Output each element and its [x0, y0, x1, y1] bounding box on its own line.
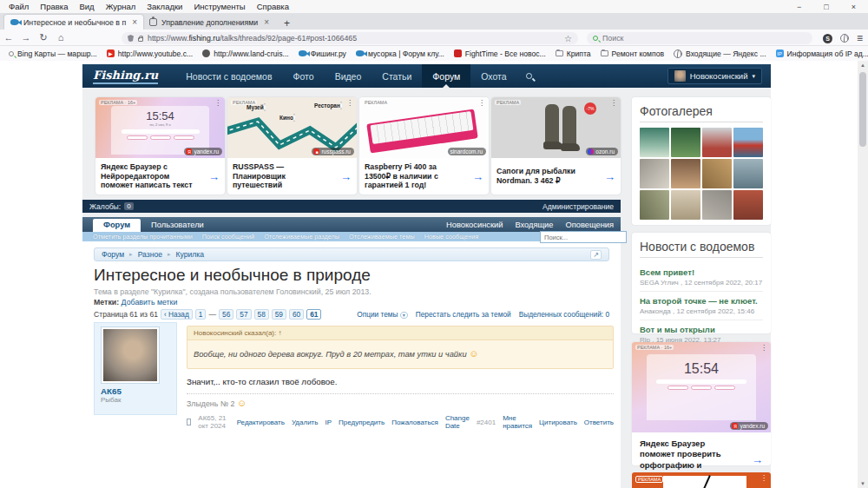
edit-link[interactable]: Редактировать: [237, 419, 285, 426]
nav-photo[interactable]: Фото: [283, 64, 325, 88]
avatar[interactable]: [101, 326, 160, 384]
ad-options-icon[interactable]: ⋮: [346, 99, 353, 107]
ad-options-icon[interactable]: ⋮: [478, 99, 485, 107]
tab-addons[interactable]: Управление дополнениями ×: [143, 15, 275, 30]
maximize-button[interactable]: □: [824, 3, 828, 11]
tab-thread[interactable]: Интересное и необычное в п ×: [4, 15, 143, 30]
sidebar-ad-yandex[interactable]: РЕКЛАМА · 16+ ⋮ 15:54 Яyandex.ru Яндекс …: [632, 342, 771, 465]
bookmark-star-icon[interactable]: ☆: [564, 34, 572, 43]
page-button[interactable]: 60: [289, 309, 304, 320]
watched-threads-link[interactable]: Отслеживаемые темы: [349, 233, 415, 241]
shield-icon[interactable]: [128, 35, 134, 42]
crumb-forum[interactable]: Форум: [102, 250, 124, 259]
scroll-up-icon[interactable]: ▲: [858, 63, 868, 68]
arrow-right-icon[interactable]: →: [472, 170, 483, 183]
warn-link[interactable]: Предупредить: [339, 419, 385, 426]
nav-news[interactable]: Новости с водоемов: [175, 64, 282, 88]
bookmark-item[interactable]: Крипта: [556, 49, 591, 58]
page-button[interactable]: 57: [236, 309, 251, 320]
share-icon[interactable]: ↗: [590, 250, 602, 260]
quote-link[interactable]: Цитировать: [539, 419, 577, 426]
gallery-thumbnail[interactable]: [702, 159, 732, 188]
select-post-checkbox[interactable]: [187, 419, 191, 425]
crumb-kurilka[interactable]: Курилка: [176, 250, 205, 259]
search-bar[interactable]: Поиск: [587, 32, 812, 44]
ad-options-icon[interactable]: ⋮: [214, 99, 221, 107]
bookmark-item[interactable]: Входящие — Яндекс ...: [674, 49, 766, 58]
bookmark-item[interactable]: Ремонт компов: [601, 49, 664, 58]
bookmark-item[interactable]: http://www.land-cruis...: [202, 49, 288, 58]
gallery-thumbnail[interactable]: [733, 159, 763, 188]
back-page-button[interactable]: ‹ Назад: [161, 309, 193, 320]
alerts-link[interactable]: Оповещения: [565, 221, 614, 229]
user-menu[interactable]: Новокосинский ▾: [667, 68, 762, 84]
menu-bookmarks[interactable]: Закладки: [147, 2, 182, 11]
close-button[interactable]: ×: [852, 3, 856, 11]
nav-hunting[interactable]: Охота: [470, 64, 516, 88]
post-number[interactable]: #2401: [477, 419, 496, 426]
arrow-right-icon[interactable]: →: [752, 453, 763, 466]
scrollbar[interactable]: ▲ ▼: [858, 61, 868, 488]
news-link[interactable]: На второй точке — не клюет.: [640, 296, 763, 306]
menu-help[interactable]: Справка: [257, 2, 289, 11]
app-menu-icon[interactable]: ≡: [857, 32, 863, 44]
ad-options-icon[interactable]: ⋮: [610, 99, 617, 107]
profile-link[interactable]: Новокосинский: [446, 221, 503, 229]
reply-link[interactable]: Ответить: [584, 419, 614, 426]
page-button[interactable]: 59: [272, 309, 286, 320]
globe-icon[interactable]: [840, 34, 849, 43]
search-posts-link[interactable]: Поиск сообщений: [202, 233, 254, 241]
arrow-right-icon[interactable]: →: [340, 170, 352, 183]
site-logo[interactable]: Fishing.ru: [93, 69, 158, 84]
selected-posts-link[interactable]: Выделенных сообщений: 0: [519, 310, 609, 319]
add-tags-link[interactable]: Добавить метки: [122, 298, 178, 307]
arrow-right-icon[interactable]: →: [208, 170, 220, 183]
page-button[interactable]: 56: [219, 309, 233, 320]
bookmark-item[interactable]: Фишинг.ру: [299, 49, 346, 58]
ip-link[interactable]: IP: [325, 419, 332, 426]
post-date-link[interactable]: АК65, 21 окт 2024: [198, 414, 229, 430]
gallery-thumbnail[interactable]: [702, 190, 732, 220]
quote-header[interactable]: Новокосинский сказал(а): ↑: [187, 326, 613, 340]
nav-articles[interactable]: Статьи: [372, 64, 422, 88]
delete-link[interactable]: Удалить: [292, 419, 319, 426]
forward-button[interactable]: →: [17, 32, 35, 43]
complaints-link[interactable]: Жалобы:: [89, 202, 121, 211]
unfollow-link[interactable]: Перестать следить за темой: [416, 310, 511, 319]
change-date-link[interactable]: Change Date: [445, 414, 470, 430]
nav-video[interactable]: Видео: [325, 64, 372, 88]
bookmark-item[interactable]: Bing Карты — маршр...: [9, 49, 97, 58]
gallery-thumbnail[interactable]: [733, 190, 763, 220]
minimize-button[interactable]: −: [797, 3, 801, 11]
site-search-icon[interactable]: [526, 73, 532, 79]
tab-users[interactable]: Пользователи: [141, 219, 214, 232]
gallery-thumbnail[interactable]: [671, 190, 700, 220]
new-posts-link[interactable]: Новые сообщения: [424, 233, 479, 241]
gallery-thumbnail[interactable]: [702, 128, 732, 157]
administration-link[interactable]: Администрирование: [542, 202, 614, 211]
bookmark-item[interactable]: FightTime - Все новос...: [454, 49, 546, 58]
topic-options-link[interactable]: Опции темы ▾: [357, 310, 408, 319]
menu-history[interactable]: Журнал: [106, 2, 136, 11]
news-link[interactable]: Всем привет!: [640, 267, 763, 277]
menu-file[interactable]: Файл: [9, 2, 29, 11]
lock-icon[interactable]: [138, 37, 143, 42]
nav-forum[interactable]: Форум: [422, 64, 470, 88]
current-page-button[interactable]: 61: [306, 309, 321, 320]
reload-button[interactable]: ↻: [35, 32, 52, 43]
menu-tools[interactable]: Инструменты: [194, 2, 245, 11]
scrollbar-thumb[interactable]: [859, 72, 866, 147]
tab-forum[interactable]: Форум: [93, 219, 141, 232]
ad-card-yandex[interactable]: РЕКЛАМА · 16+ ⋮ 15:54 пн, 2 сен, 9 ч Яya…: [95, 97, 225, 195]
gallery-thumbnail[interactable]: [640, 190, 669, 220]
arrow-right-icon[interactable]: →: [604, 170, 615, 183]
gallery-thumbnail[interactable]: [733, 128, 763, 157]
report-link[interactable]: Пожаловаться: [391, 419, 438, 426]
forum-search-input[interactable]: [540, 231, 627, 243]
crumb-misc[interactable]: Разное: [138, 250, 162, 259]
news-link[interactable]: Вот и мы открыли: [640, 325, 763, 334]
extension-icon[interactable]: S: [823, 34, 832, 43]
tab-close-icon[interactable]: ×: [132, 17, 137, 27]
page-button[interactable]: 58: [254, 309, 269, 320]
address-bar[interactable]: https://www.fishing.ru/talks/threads/92/…: [122, 32, 578, 44]
